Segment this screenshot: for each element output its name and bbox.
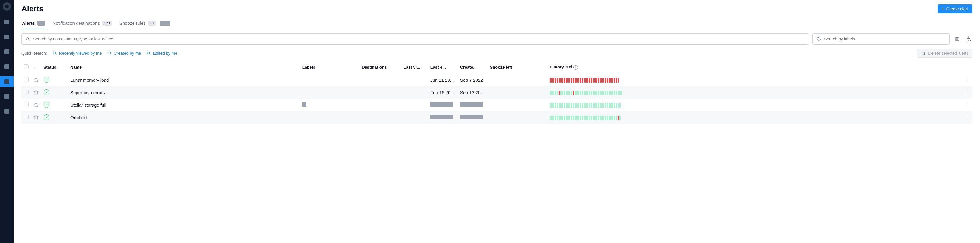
tabs: Alerts Notification destinations 173 Sno… (21, 17, 972, 29)
nav-item-5-active[interactable] (0, 76, 14, 87)
row-checkbox[interactable] (24, 102, 29, 107)
status-ok-icon: ✓ (43, 77, 49, 83)
info-icon[interactable]: i (573, 65, 578, 70)
svg-marker-14 (34, 102, 38, 106)
search-icon (25, 37, 30, 41)
vertical-nav (0, 0, 14, 243)
last-edited-redacted (430, 114, 453, 119)
alert-name[interactable]: Supernova errors (68, 86, 300, 98)
col-labels[interactable]: Labels (300, 61, 360, 73)
col-destinations[interactable]: Destinations (360, 61, 401, 73)
create-alert-button[interactable]: + Create alert (938, 5, 972, 13)
alert-name[interactable]: Orbit drift (68, 111, 300, 124)
search-icon (146, 51, 151, 56)
col-last-edited[interactable]: Last e... (428, 61, 458, 73)
search-icon (107, 51, 112, 56)
svg-rect-3 (955, 38, 959, 41)
col-status[interactable]: Status↓ (41, 61, 68, 73)
history-sparkline (550, 102, 960, 108)
col-name[interactable]: Name (68, 61, 300, 73)
created-redacted (460, 114, 483, 119)
page-title: Alerts (21, 4, 43, 13)
select-all-checkbox[interactable] (24, 64, 29, 69)
svg-point-2 (818, 38, 818, 38)
sort-star-icon[interactable]: ↓ (34, 65, 36, 70)
nav-item-3[interactable] (0, 46, 14, 57)
star-icon[interactable] (33, 103, 39, 108)
labels-search-input[interactable] (824, 37, 946, 41)
trash-icon (921, 51, 926, 56)
quick-recent[interactable]: Recently viewed by me (52, 51, 102, 56)
columns-settings-button[interactable] (953, 35, 961, 43)
history-sparkline (550, 77, 960, 83)
main-content: Alerts + Create alert Alerts Notificatio… (14, 0, 980, 243)
tab-notification-destinations[interactable]: Notification destinations 173 (52, 17, 112, 29)
table-row[interactable]: ✓ Supernova errors Feb 16 20... Sep 13 2… (21, 86, 972, 98)
history-sparkline (550, 89, 960, 95)
col-last-viewed[interactable]: Last vi... (401, 61, 428, 73)
svg-point-10 (147, 52, 150, 54)
search-icon (52, 51, 57, 56)
star-icon[interactable] (33, 116, 39, 121)
svg-point-6 (53, 52, 56, 54)
row-menu-icon[interactable]: ⋮ (964, 77, 970, 83)
label-redacted (302, 102, 306, 106)
alert-name[interactable]: Stellar storage full (68, 98, 300, 111)
plus-icon: + (942, 6, 945, 11)
svg-line-7 (56, 54, 56, 55)
tab-alerts[interactable]: Alerts (21, 17, 46, 29)
created-redacted (460, 102, 483, 107)
columns-icon (955, 37, 959, 41)
delete-selected-button[interactable]: Delete selected alerts (917, 49, 972, 58)
col-snooze[interactable]: Snooze left (488, 61, 547, 73)
svg-marker-13 (34, 90, 38, 94)
status-ok-icon: ✓ (43, 89, 49, 95)
svg-line-1 (28, 40, 29, 40)
svg-point-0 (26, 38, 29, 40)
status-ok-icon: ✓ (43, 114, 49, 120)
col-history[interactable]: History 30di (547, 61, 962, 73)
table-row[interactable]: ✓ Lunar memory load Jun 11 20... Sep 7 2… (21, 73, 972, 86)
col-created[interactable]: Create... (458, 61, 488, 73)
quick-edited[interactable]: Edited by me (146, 51, 177, 56)
search-input[interactable] (33, 37, 805, 41)
brand-logo[interactable] (3, 2, 11, 11)
svg-point-8 (108, 52, 110, 54)
quick-created[interactable]: Created by me (107, 51, 141, 56)
row-checkbox[interactable] (24, 90, 29, 94)
nav-item-4[interactable] (0, 61, 14, 72)
sort-arrow-icon: ↓ (57, 65, 59, 70)
tab-snooze-trailing-redacted (160, 21, 170, 25)
row-menu-icon[interactable]: ⋮ (964, 114, 970, 120)
star-icon[interactable] (33, 78, 39, 83)
tab-notif-count: 173 (102, 21, 112, 25)
row-menu-icon[interactable]: ⋮ (964, 89, 970, 95)
svg-line-9 (110, 54, 111, 55)
nav-item-1[interactable] (0, 17, 14, 27)
nav-item-2[interactable] (0, 32, 14, 42)
csv-label: CSV (966, 39, 971, 42)
last-edited-redacted (430, 102, 453, 107)
nav-item-7[interactable] (0, 106, 14, 117)
nav-item-6[interactable] (0, 91, 14, 102)
alert-name[interactable]: Lunar memory load (68, 73, 300, 86)
export-csv-button[interactable]: CSV (964, 35, 972, 43)
svg-line-11 (150, 54, 150, 55)
history-sparkline (550, 114, 960, 120)
row-menu-icon[interactable]: ⋮ (964, 102, 970, 108)
tab-snooze-count: 10 (148, 21, 156, 25)
row-checkbox[interactable] (24, 77, 29, 82)
table-row[interactable]: ✓ Stellar storage full ⋮ (21, 98, 972, 111)
tab-alerts-count-redacted (37, 21, 45, 25)
labels-search-box[interactable] (813, 33, 950, 44)
quick-search-label: Quick search: (21, 51, 47, 56)
star-icon[interactable] (33, 91, 39, 95)
search-box[interactable] (21, 33, 809, 44)
create-alert-label: Create alert (946, 6, 968, 11)
status-ok-icon: ✓ (43, 102, 49, 108)
svg-marker-15 (34, 115, 38, 119)
row-checkbox[interactable] (24, 114, 29, 119)
svg-marker-12 (34, 78, 38, 82)
table-row[interactable]: ✓ Orbit drift ⋮ (21, 111, 972, 124)
tab-snooze-rules[interactable]: Snooze rules 10 (119, 17, 171, 29)
